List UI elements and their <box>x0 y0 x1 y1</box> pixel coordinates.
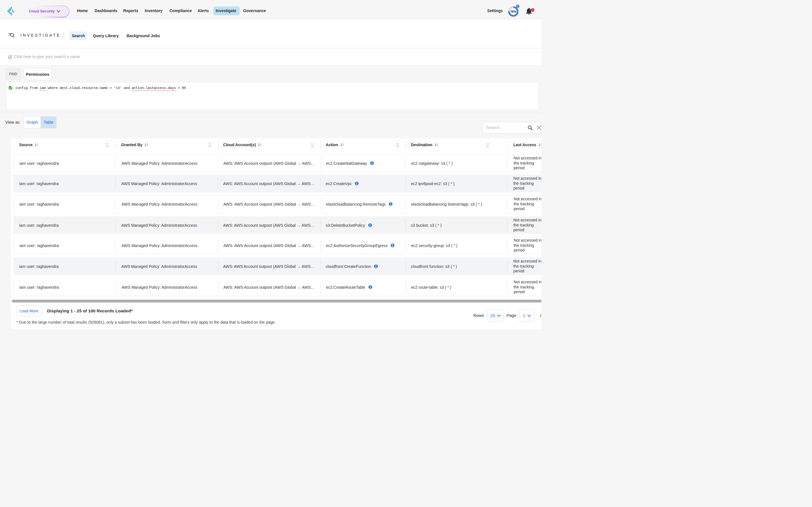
svg-text:76%: 76% <box>510 10 516 13</box>
